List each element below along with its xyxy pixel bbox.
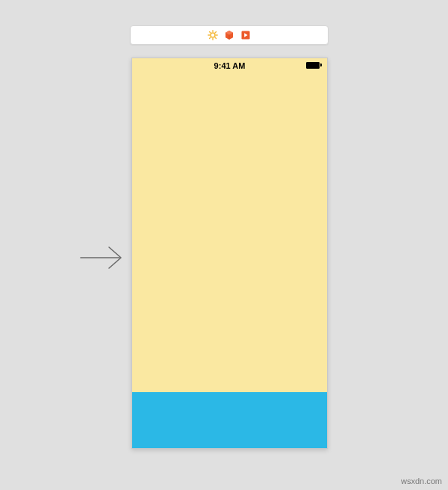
- svg-line-8: [215, 32, 216, 33]
- scene-toolbar: [130, 25, 329, 45]
- watermark-text: wsxdn.com: [401, 477, 442, 486]
- bottom-panel-view[interactable]: [132, 392, 327, 448]
- status-bar: 9:41 AM: [132, 58, 327, 73]
- svg-point-0: [211, 33, 215, 37]
- flow-arrow-icon: [73, 239, 125, 276]
- svg-line-7: [210, 37, 211, 38]
- svg-line-6: [215, 37, 216, 38]
- device-view-controller[interactable]: 9:41 AM: [131, 58, 328, 449]
- status-time: 9:41 AM: [214, 61, 246, 70]
- sun-icon[interactable]: [208, 30, 218, 40]
- battery-icon: [306, 61, 323, 69]
- svg-line-5: [210, 32, 211, 33]
- preview-icon[interactable]: [240, 30, 251, 40]
- cube-icon[interactable]: [224, 30, 234, 40]
